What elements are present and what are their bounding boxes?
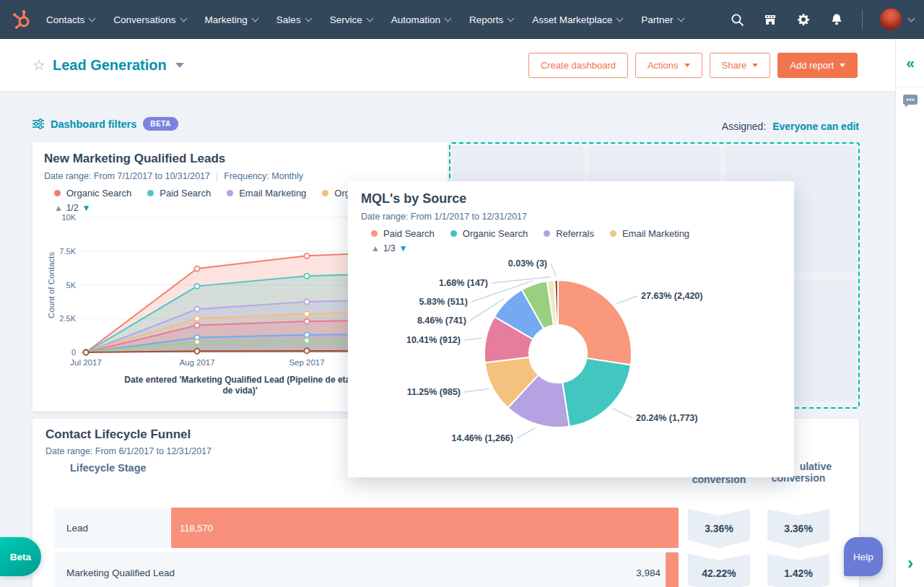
funnel-stage-label: Marketing Qualified Lead (66, 568, 175, 578)
chevron-down-icon (180, 15, 187, 22)
next-page-arrow-icon[interactable]: › (896, 555, 924, 571)
dropdown-caret-icon (752, 64, 758, 67)
pager-up-icon[interactable]: ▲ (54, 203, 63, 213)
marketplace-icon[interactable] (762, 12, 778, 27)
dashboard-title[interactable]: Lead Generation (53, 57, 167, 74)
legend-item[interactable]: Referrals (544, 228, 594, 239)
mql-source-donut-chart[interactable]: 27.63% (2,420)20.24% (1,773)14.46% (1,26… (361, 253, 781, 450)
svg-text:10.41% (912): 10.41% (912) (406, 335, 461, 345)
report-title: New Marketing Qualified Leads (44, 152, 436, 166)
dashboard-filters-label[interactable]: Dashboard filters (51, 118, 136, 130)
favorite-star-icon[interactable]: ☆ (32, 56, 45, 74)
legend-pager: ▲ 1/3 ▼ (371, 243, 781, 253)
legend-dot (54, 190, 61, 196)
legend-item[interactable]: Paid Search (371, 228, 435, 239)
chevron-down-icon (366, 15, 373, 22)
legend-dot (322, 190, 328, 196)
svg-text:1.68% (147): 1.68% (147) (439, 278, 488, 288)
funnel-bar[interactable]: 118,570 (171, 508, 679, 548)
user-avatar[interactable] (880, 9, 902, 30)
search-icon[interactable] (729, 12, 745, 27)
legend-dot (544, 230, 550, 237)
nav-divider (862, 10, 863, 29)
nav-item-contacts[interactable]: Contacts (46, 14, 95, 25)
nav-item-automation[interactable]: Automation (391, 14, 450, 25)
dashboard-header: ☆ Lead Generation Create dashboard Actio… (0, 39, 895, 92)
funnel-bar[interactable] (666, 552, 679, 587)
report-subtitle: Date range: From 7/1/2017 to 10/31/2017|… (44, 171, 436, 181)
funnel-row-mql[interactable]: Marketing Qualified Lead 3,984 (54, 552, 679, 587)
date-range: Date range: From 7/1/2017 to 10/31/2017 (44, 171, 210, 181)
nav-item-reports[interactable]: Reports (469, 14, 513, 25)
cumulative-conversion-badge: 1.42% (767, 554, 829, 587)
share-button[interactable]: Share (710, 53, 771, 78)
add-report-button[interactable]: Add report (777, 53, 858, 78)
funnel-group-label: Lifecycle Stage (70, 462, 147, 474)
beta-badge: BETA (143, 117, 178, 131)
chevron-down-icon (305, 15, 312, 22)
report-title: Contact Lifecycle Funnel (45, 427, 191, 442)
funnel-row-lead[interactable]: Lead 118,570 (54, 508, 679, 548)
legend: Paid Search Organic Search Referrals Ema… (371, 228, 781, 239)
svg-text:Sep 2017: Sep 2017 (289, 358, 324, 367)
funnel-bar-value: 118,570 (180, 523, 213, 534)
nav-item-sales[interactable]: Sales (276, 14, 311, 25)
nav-item-partner[interactable]: Partner (641, 14, 683, 25)
nav-item-asset-marketplace[interactable]: Asset Marketplace (532, 14, 622, 25)
nav-menu: Contacts Conversations Marketing Sales S… (46, 14, 684, 25)
dashboard-filters[interactable]: Dashboard filters BETA (32, 117, 178, 131)
legend-item[interactable]: Organic Search (54, 188, 131, 199)
hubspot-dashboard-window: Contacts Conversations Marketing Sales S… (0, 0, 924, 587)
actions-button[interactable]: Actions (635, 53, 702, 78)
pager-down-icon[interactable]: ▼ (399, 243, 408, 253)
legend-dot (450, 230, 457, 237)
settings-gear-icon[interactable] (796, 12, 811, 27)
notifications-bell-icon[interactable] (829, 12, 845, 27)
chevron-down-icon (251, 15, 258, 22)
dropdown-caret-icon (684, 64, 690, 67)
assigned-label: Assigned: (722, 121, 766, 132)
comments-icon[interactable] (902, 94, 918, 111)
svg-text:10K: 10K (61, 213, 76, 222)
assigned-value-link[interactable]: Everyone can edit (772, 121, 859, 132)
legend-item[interactable]: Email Marketing (610, 228, 689, 239)
top-nav: Contacts Conversations Marketing Sales S… (0, 0, 924, 39)
help-button[interactable]: Help (844, 537, 883, 576)
nav-item-service[interactable]: Service (330, 14, 372, 25)
svg-text:0.03% (3): 0.03% (3) (508, 258, 547, 269)
svg-text:0: 0 (71, 348, 76, 357)
assigned-row: Assigned: Everyone can edit (722, 121, 859, 132)
dashboard-title-dropdown-icon[interactable] (175, 63, 184, 68)
pager-down-icon[interactable]: ▼ (82, 203, 91, 213)
chevron-down-icon[interactable] (908, 15, 915, 22)
svg-text:2.5K: 2.5K (59, 314, 76, 323)
collapse-panel-icon[interactable]: « (896, 39, 924, 87)
chevron-down-icon (445, 15, 452, 22)
funnel-bar-value: 3,984 (559, 568, 661, 578)
conversion-badge: 42.22% (688, 554, 750, 587)
legend-dot (610, 230, 616, 237)
svg-text:5.83% (511): 5.83% (511) (419, 297, 468, 307)
svg-text:Jul 2017: Jul 2017 (70, 358, 101, 367)
svg-text:8.46% (741): 8.46% (741) (417, 316, 466, 326)
legend-dot (147, 190, 154, 196)
funnel-stage-label: Lead (66, 523, 88, 534)
chevron-down-icon (507, 15, 515, 22)
legend-item[interactable]: Organic Search (450, 228, 528, 239)
frequency: Frequency: Monthly (224, 171, 303, 181)
nav-item-conversations[interactable]: Conversations (113, 14, 186, 25)
beta-pill-button[interactable]: Beta (0, 537, 41, 576)
nav-item-marketing[interactable]: Marketing (205, 14, 258, 25)
legend-item[interactable]: Email Marketing (227, 188, 306, 199)
header-buttons: Create dashboard Actions Share Add repor… (528, 53, 895, 78)
create-dashboard-button[interactable]: Create dashboard (528, 53, 628, 78)
svg-text:27.63% (2,420): 27.63% (2,420) (641, 291, 702, 301)
svg-text:14.46% (1,266): 14.46% (1,266) (452, 433, 513, 443)
svg-text:Aug 2017: Aug 2017 (179, 358, 214, 367)
legend-item[interactable]: Paid Search (147, 188, 211, 199)
pager-up-icon[interactable]: ▲ (371, 243, 380, 253)
chevron-down-icon (677, 15, 684, 22)
report-card-mql-by-source: MQL's by Source Date range: From 1/1/201… (348, 181, 794, 477)
hubspot-logo-icon[interactable] (12, 9, 33, 30)
svg-text:Count of Contacts: Count of Contacts (47, 252, 56, 318)
